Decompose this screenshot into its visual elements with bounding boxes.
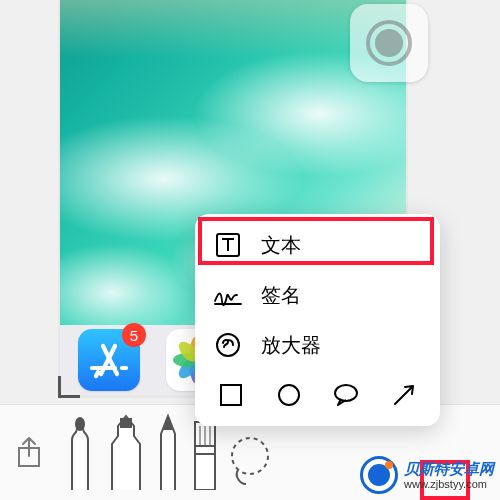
appstore-glyph-icon bbox=[87, 338, 131, 382]
popup-item-label: 文本 bbox=[261, 232, 301, 259]
magnifier-icon bbox=[213, 332, 243, 358]
popup-item-text[interactable]: 文本 bbox=[195, 220, 440, 270]
assistive-touch-ring bbox=[366, 20, 412, 66]
svg-rect-7 bbox=[221, 385, 241, 405]
appstore-badge: 5 bbox=[122, 323, 146, 347]
text-box-icon bbox=[213, 232, 243, 258]
watermark: 贝斯特安卓网 www.zjbstyy.com bbox=[360, 456, 494, 494]
shape-circle-button[interactable] bbox=[267, 383, 311, 407]
shape-square-button[interactable] bbox=[209, 383, 253, 407]
marker-tool[interactable] bbox=[62, 412, 98, 494]
watermark-title: 贝斯特安卓网 bbox=[404, 460, 494, 477]
crop-handle-bottom-left[interactable] bbox=[58, 376, 80, 398]
app-icon-appstore[interactable]: 5 bbox=[78, 329, 140, 391]
popup-item-label: 签名 bbox=[261, 282, 301, 309]
svg-rect-12 bbox=[120, 418, 132, 428]
assistive-touch-button[interactable] bbox=[350, 4, 428, 82]
watermark-url: www.zjbstyy.com bbox=[404, 478, 494, 490]
pencil-tool[interactable] bbox=[154, 412, 182, 494]
svg-point-18 bbox=[232, 438, 268, 474]
share-icon bbox=[16, 436, 42, 470]
markup-add-popup: 文本 签名 放大器 bbox=[195, 214, 440, 426]
popup-item-signature[interactable]: 签名 bbox=[195, 270, 440, 320]
svg-point-8 bbox=[279, 385, 299, 405]
lasso-tool[interactable] bbox=[228, 430, 272, 494]
shape-speech-bubble-button[interactable] bbox=[325, 383, 369, 407]
popup-item-magnifier[interactable]: 放大器 bbox=[195, 320, 440, 370]
svg-point-6 bbox=[217, 334, 239, 356]
signature-icon bbox=[213, 283, 243, 307]
shape-arrow-button[interactable] bbox=[382, 382, 426, 408]
popup-item-shapes bbox=[195, 370, 440, 420]
watermark-logo-icon bbox=[360, 456, 398, 494]
svg-point-9 bbox=[335, 385, 357, 401]
svg-point-11 bbox=[75, 417, 85, 431]
popup-item-label: 放大器 bbox=[261, 332, 321, 359]
highlighter-tool[interactable] bbox=[106, 412, 146, 494]
share-button[interactable] bbox=[0, 436, 58, 470]
svg-line-4 bbox=[96, 372, 98, 376]
assistive-touch-dot bbox=[375, 29, 403, 57]
